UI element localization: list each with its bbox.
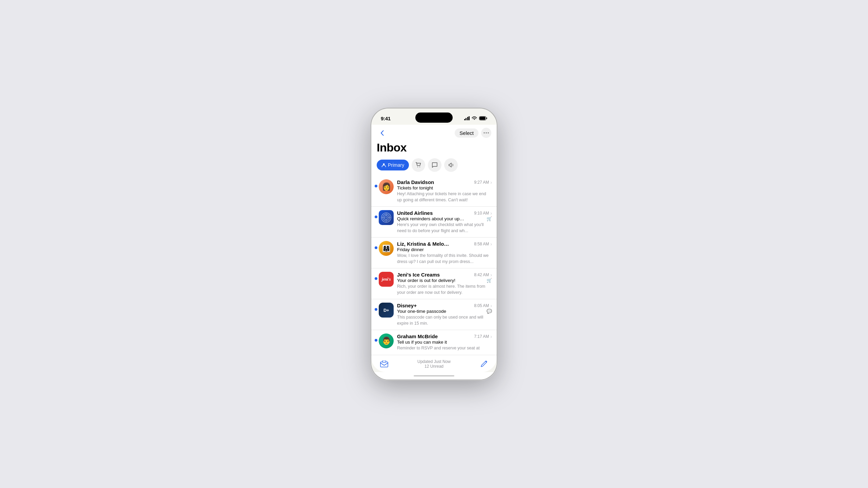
email-subject-1: Quick reminders about your upcoming... (397, 216, 465, 221)
bottom-bar-center: Updated Just Now 12 Unread (417, 359, 451, 369)
email-subject-2: Friday dinner (397, 247, 424, 252)
chevron-2: › (490, 241, 492, 247)
tab-shopping[interactable] (412, 158, 425, 172)
chevron-5: › (490, 334, 492, 339)
svg-rect-12 (380, 362, 388, 367)
email-time-4: 8:05 AM (474, 303, 489, 308)
category-tabs: Primary (371, 158, 497, 176)
email-subject-0: Tickets for tonight (397, 185, 433, 190)
email-time-3: 8:42 AM (474, 272, 489, 277)
unread-dot-0 (375, 185, 377, 187)
email-sender-5: Graham McBride (397, 333, 438, 339)
svg-rect-2 (480, 117, 486, 120)
cart-icon (415, 162, 421, 168)
nav-bar: Select (371, 125, 497, 140)
more-button[interactable] (481, 128, 491, 138)
svg-point-3 (484, 133, 485, 134)
email-body-1: United Airlines 9:10 AM › Quick reminder… (397, 210, 492, 234)
avatar-3: jeni's (379, 272, 394, 287)
tab-promos[interactable] (444, 158, 458, 172)
compose-button[interactable] (478, 358, 490, 370)
avatar-1 (379, 210, 394, 225)
email-preview-2: Wow, I love the formality of this invite… (397, 253, 492, 265)
svg-point-6 (383, 163, 385, 165)
email-time-0: 9:27 AM (474, 180, 489, 185)
email-preview-3: Rich, your order is almost here. The ite… (397, 284, 492, 296)
email-sender-0: Darla Davidson (397, 179, 434, 185)
unread-dot-5 (375, 339, 377, 342)
svg-rect-13 (382, 361, 386, 362)
category-icon-4: 💬 (487, 309, 492, 314)
email-sender-1: United Airlines (397, 210, 433, 216)
email-item-5[interactable]: 👨 Graham McBride 7:17 AM › Tell us if yo… (371, 330, 497, 355)
chevron-1: › (490, 210, 492, 216)
avatar-2: 👩‍👩‍👧 (379, 241, 394, 256)
email-sender-3: Jeni's Ice Creams (397, 272, 440, 278)
email-preview-1: Here's your very own checklist with what… (397, 222, 492, 234)
status-time: 9:41 (381, 116, 391, 121)
email-item-3[interactable]: jeni's Jeni's Ice Creams 8:42 AM › Your … (371, 268, 497, 299)
category-icon-3: 🛒 (487, 278, 492, 283)
avatar-5: 👨 (379, 333, 394, 348)
unread-dot-4 (375, 308, 377, 311)
email-body-3: Jeni's Ice Creams 8:42 AM › Your order i… (397, 272, 492, 296)
app-content: Select Inbox Primary (371, 125, 497, 372)
email-subject-4: Your one-time passcode (397, 309, 446, 314)
bubble-icon (432, 162, 438, 168)
megaphone-icon (448, 162, 454, 168)
email-item-2[interactable]: 👩‍👩‍👧 Liz, Kristina & Melody 8:58 AM › F… (371, 238, 497, 268)
email-sender-2: Liz, Kristina & Melody (397, 241, 450, 247)
chevron-4: › (490, 303, 492, 308)
person-icon (381, 163, 386, 167)
email-preview-4: This passcode can only be used once and … (397, 314, 492, 326)
bottom-bar: Updated Just Now 12 Unread (371, 355, 497, 372)
email-time-1: 9:10 AM (474, 211, 489, 216)
email-subject-3: Your order is out for delivery! (397, 278, 455, 283)
back-button[interactable] (377, 127, 388, 138)
home-bar (414, 375, 454, 377)
status-bar: 9:41 (371, 108, 497, 125)
email-item-1[interactable]: United Airlines 9:10 AM › Quick reminder… (371, 207, 497, 238)
mailbox-button[interactable] (378, 358, 390, 370)
page-title: Inbox (371, 140, 497, 158)
email-time-2: 8:58 AM (474, 242, 489, 246)
tab-primary-label: Primary (388, 162, 404, 168)
email-time-5: 7:17 AM (474, 334, 489, 339)
tab-social[interactable] (428, 158, 441, 172)
unread-dot-2 (375, 246, 377, 249)
home-indicator (371, 372, 497, 380)
chevron-3: › (490, 272, 492, 278)
nav-actions: Select (455, 128, 491, 138)
svg-point-4 (486, 133, 487, 134)
email-body-5: Graham McBride 7:17 AM › Tell us if you … (397, 333, 492, 351)
email-body-2: Liz, Kristina & Melody 8:58 AM › Friday … (397, 241, 492, 265)
status-icons (464, 116, 488, 120)
category-icon-1: 🛒 (487, 216, 492, 221)
unread-count: 12 Unread (417, 364, 451, 369)
unread-dot-1 (375, 216, 377, 218)
email-preview-5: Reminder to RSVP and reserve your seat a… (397, 345, 492, 351)
phone-frame: 9:41 (371, 108, 497, 380)
avatar-0: 👩 (379, 179, 394, 194)
updated-label: Updated Just Now (417, 359, 451, 364)
email-subject-5: Tell us if you can make it (397, 340, 447, 345)
email-sender-4: Disney+ (397, 303, 417, 308)
email-item-4[interactable]: D+ Disney+ 8:05 AM › Your one-time passc… (371, 299, 497, 330)
email-body-4: Disney+ 8:05 AM › Your one-time passcode… (397, 303, 492, 326)
battery-icon (479, 116, 487, 120)
svg-point-5 (488, 133, 489, 134)
avatar-4: D+ (379, 303, 394, 318)
email-preview-0: Hey! Attaching your tickets here in case… (397, 191, 492, 203)
svg-point-8 (419, 167, 420, 167)
unread-dot-3 (375, 277, 377, 280)
email-list: 👩 Darla Davidson 9:27 AM › Tickets for t… (371, 176, 497, 355)
dynamic-island (415, 113, 453, 123)
tab-primary[interactable]: Primary (377, 160, 409, 170)
email-item-0[interactable]: 👩 Darla Davidson 9:27 AM › Tickets for t… (371, 176, 497, 207)
svg-rect-1 (487, 118, 487, 119)
chevron-0: › (490, 180, 492, 185)
wifi-icon (472, 116, 477, 120)
email-body-0: Darla Davidson 9:27 AM › Tickets for ton… (397, 179, 492, 203)
signal-icon (464, 116, 470, 120)
select-button[interactable]: Select (455, 128, 478, 138)
